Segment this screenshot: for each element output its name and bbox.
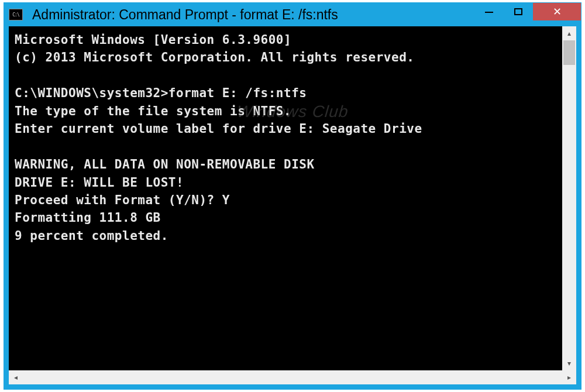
minimize-button[interactable] — [474, 3, 504, 20]
console-line: Formatting 111.8 GB — [15, 211, 161, 225]
vertical-scrollbar[interactable]: ▴ ▾ — [562, 26, 576, 370]
command-prompt-window: C:\ Administrator: Command Prompt - form… — [4, 2, 581, 390]
console-line: The type of the file system is NTFS. — [15, 104, 291, 118]
minimize-icon — [485, 11, 493, 13]
close-button[interactable]: ✕ — [533, 3, 581, 20]
window-title: Administrator: Command Prompt - format E… — [32, 7, 474, 23]
horizontal-scrollbar[interactable]: ◂ ▸ — [9, 370, 576, 384]
console-line: C:\WINDOWS\system32>format E: /fs:ntfs — [15, 86, 307, 100]
console-content-area[interactable]: Microsoft Windows [Version 6.3.9600] (c)… — [9, 26, 576, 370]
console-line: WARNING, ALL DATA ON NON-REMOVABLE DISK — [15, 157, 315, 171]
vertical-scroll-thumb[interactable] — [563, 40, 575, 65]
console-line: Proceed with Format (Y/N)? Y — [15, 193, 230, 207]
scroll-left-arrow-icon[interactable]: ◂ — [9, 370, 23, 384]
titlebar[interactable]: C:\ Administrator: Command Prompt - form… — [4, 3, 581, 26]
close-icon: ✕ — [553, 5, 562, 18]
console-line: Enter current volume label for drive E: … — [15, 122, 422, 136]
console-line: Microsoft Windows [Version 6.3.9600] — [15, 33, 291, 47]
vertical-scroll-track[interactable] — [562, 40, 576, 356]
scroll-right-arrow-icon[interactable]: ▸ — [562, 370, 576, 384]
window-controls: ✕ — [474, 3, 581, 26]
scroll-up-arrow-icon[interactable]: ▴ — [562, 26, 576, 40]
console-line: (c) 2013 Microsoft Corporation. All righ… — [15, 50, 414, 64]
console-line: 9 percent completed. — [15, 229, 168, 243]
console-output: Microsoft Windows [Version 6.3.9600] (c)… — [9, 26, 576, 249]
maximize-button[interactable] — [504, 3, 533, 20]
console-line: DRIVE E: WILL BE LOST! — [15, 176, 184, 190]
scroll-down-arrow-icon[interactable]: ▾ — [562, 356, 576, 370]
app-icon: C:\ — [9, 9, 23, 20]
maximize-icon — [514, 8, 522, 15]
